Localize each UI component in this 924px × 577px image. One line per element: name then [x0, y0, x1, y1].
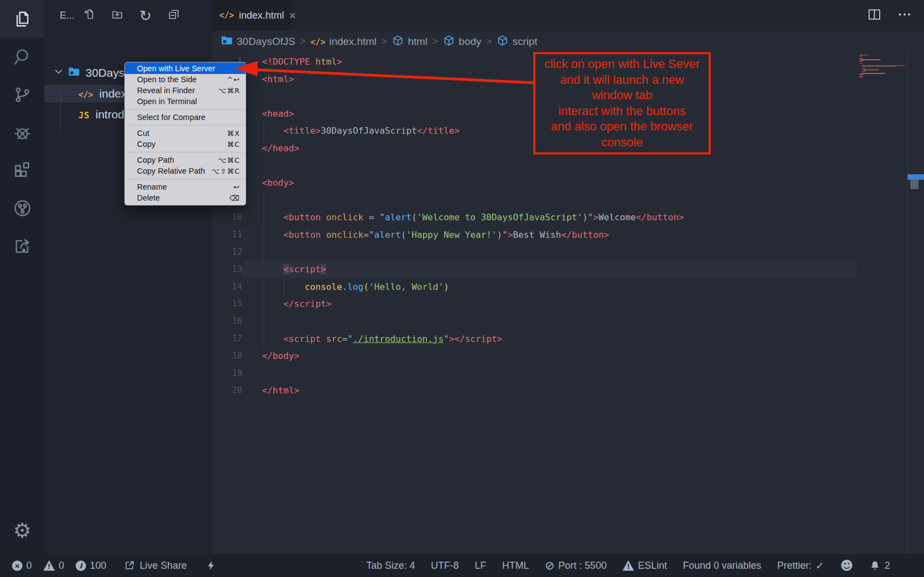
code-line-8[interactable]: 8<body>: [212, 174, 857, 192]
code-text: [242, 313, 857, 330]
code-line-16[interactable]: 16: [212, 313, 857, 330]
action-new-file[interactable]: [83, 8, 95, 23]
status-errors[interactable]: ×0: [12, 560, 32, 572]
minimap-line: [862, 73, 885, 73]
code-line-12[interactable]: 12: [212, 244, 857, 261]
minimap-line: [859, 61, 905, 62]
menu-item-label: Open in Terminal: [137, 97, 197, 106]
smiley-icon: ☻: [840, 559, 853, 572]
menu-item-reveal-in-finder[interactable]: Reveal in Finder⌥⌘R: [125, 85, 246, 96]
breadcrumb-item-index.html[interactable]: </>index.html: [311, 36, 377, 48]
editor-actions: [867, 7, 924, 24]
editor-action-split-editor[interactable]: [867, 7, 882, 24]
menu-item-copy-relative-path[interactable]: Copy Relative Path⌥⇧⌘C: [125, 165, 246, 176]
menu-item-copy[interactable]: Copy⌘C: [125, 139, 246, 150]
menu-item-cut[interactable]: Cut⌘X: [125, 128, 246, 139]
new-file-icon: [83, 8, 95, 20]
status-variables[interactable]: Found 0 variables: [683, 560, 761, 572]
scrollbar-divider: [907, 52, 908, 554]
code-line-20[interactable]: 20</html>: [212, 382, 857, 399]
status-info[interactable]: i100: [76, 560, 106, 572]
menu-item-shortcut: ⌥⌘R: [218, 87, 240, 95]
explorer-actions: ↻: [83, 8, 180, 23]
code-line-19[interactable]: 19: [212, 365, 857, 382]
refresh-icon: ↻: [139, 8, 152, 23]
status-prettier[interactable]: Prettier:✓: [777, 560, 824, 572]
code-line-18[interactable]: 18</body>: [212, 347, 857, 365]
menu-item-select-for-compare[interactable]: Select for Compare: [125, 112, 246, 123]
menu-item-open-to-the-side[interactable]: Open to the Side^↩: [125, 74, 246, 85]
status-flash[interactable]: [206, 559, 216, 572]
menu-separator: [126, 125, 245, 125]
activity-item-run-debug[interactable]: [0, 113, 44, 151]
breadcrumb-item-script[interactable]: script: [497, 35, 537, 49]
status-notifications[interactable]: 2: [869, 560, 890, 572]
menu-item-delete[interactable]: Delete⌫: [125, 192, 246, 203]
menu-item-shortcut: ⌘X: [227, 129, 240, 138]
minimap-line: [859, 64, 905, 65]
activity-item-settings[interactable]: ⚙: [0, 513, 44, 547]
activity-item-live-share[interactable]: [0, 189, 44, 227]
breadcrumb-item-html[interactable]: html: [392, 35, 427, 49]
activity-item-source-control[interactable]: [0, 76, 44, 113]
folder-icon: [220, 34, 233, 49]
close-icon[interactable]: ×: [289, 9, 296, 23]
menu-item-label: Open with Live Server: [137, 64, 215, 73]
editor-tabs: </> index.html ×: [212, 0, 924, 31]
minimap[interactable]: [859, 55, 905, 78]
menu-item-rename[interactable]: Rename↩: [125, 181, 246, 192]
code-file-icon: </>: [78, 87, 93, 100]
code-line-10[interactable]: 10 <button onclick = "alert('Welcome to …: [212, 209, 857, 226]
chevron-down-icon: [53, 66, 67, 80]
activity-item-explorer[interactable]: [0, 0, 44, 38]
status-label: Live Share: [140, 560, 187, 572]
breadcrumb-label: script: [512, 36, 537, 48]
action-collapse-folders[interactable]: [168, 8, 180, 23]
status-live-share[interactable]: Live Share: [124, 560, 187, 572]
status-warnings[interactable]: !0: [43, 560, 64, 572]
status-feedback[interactable]: ☻: [840, 559, 853, 572]
minimap-line: [862, 59, 881, 60]
action-refresh-explorer[interactable]: ↻: [139, 8, 152, 23]
activity-item-search[interactable]: [0, 38, 44, 76]
line-number: 15: [212, 295, 242, 313]
activity-item-extensions[interactable]: [0, 151, 44, 189]
tab-index-html[interactable]: </> index.html ×: [212, 0, 292, 31]
code-line-13[interactable]: 13 <script>: [212, 261, 857, 278]
code-text: <script src="./introduction.js"></script…: [242, 330, 857, 348]
status-language-mode[interactable]: HTML: [502, 560, 529, 572]
scrollbar-thumb[interactable]: [910, 180, 919, 189]
action-new-folder[interactable]: [111, 8, 123, 23]
code-line-9[interactable]: 9: [212, 192, 857, 209]
collapse-all-icon: [168, 8, 180, 20]
bell-icon: [869, 560, 881, 572]
breadcrumb-separator: >: [432, 36, 438, 47]
status-eslint[interactable]: !ESLint: [623, 560, 667, 572]
code-line-14[interactable]: 14 console.log('Hello, World'): [212, 278, 857, 296]
code-line-17[interactable]: 17 <script src="./introduction.js"></scr…: [212, 330, 857, 348]
minimap-line: [859, 60, 863, 61]
explorer-header: E... ↻: [44, 0, 212, 31]
editor-action-more-actions[interactable]: [897, 7, 912, 24]
status-label: HTML: [502, 560, 529, 572]
menu-item-shortcut: ⌫: [230, 194, 240, 202]
menu-item-copy-path[interactable]: Copy Path⌥⌘C: [125, 155, 246, 165]
line-number: 17: [212, 330, 242, 348]
code-line-15[interactable]: 15 </script>: [212, 295, 857, 313]
breadcrumb-label: index.html: [329, 36, 377, 48]
breadcrumb-item-body[interactable]: body: [443, 35, 481, 49]
js-file-icon: JS: [78, 108, 89, 121]
breadcrumb-item-30DaysOfJS[interactable]: 30DaysOfJS: [220, 34, 295, 49]
status-encoding[interactable]: UTF-8: [431, 560, 459, 572]
code-text: <script>: [242, 261, 857, 278]
code-line-11[interactable]: 11 <button onclick="alert('Happy New Yea…: [212, 226, 857, 244]
menu-item-open-with-live-server[interactable]: Open with Live Server: [125, 62, 246, 74]
status-port[interactable]: ⊘Port : 5500: [545, 560, 607, 572]
overview-ruler-marker: [908, 174, 924, 180]
menu-item-open-in-terminal[interactable]: Open in Terminal: [125, 96, 246, 107]
breadcrumb-separator: >: [300, 36, 306, 47]
code-line-7[interactable]: 7: [212, 157, 857, 175]
activity-item-share[interactable]: [0, 227, 44, 265]
status-tab-size[interactable]: Tab Size: 4: [366, 560, 415, 572]
status-eol[interactable]: LF: [475, 560, 486, 572]
